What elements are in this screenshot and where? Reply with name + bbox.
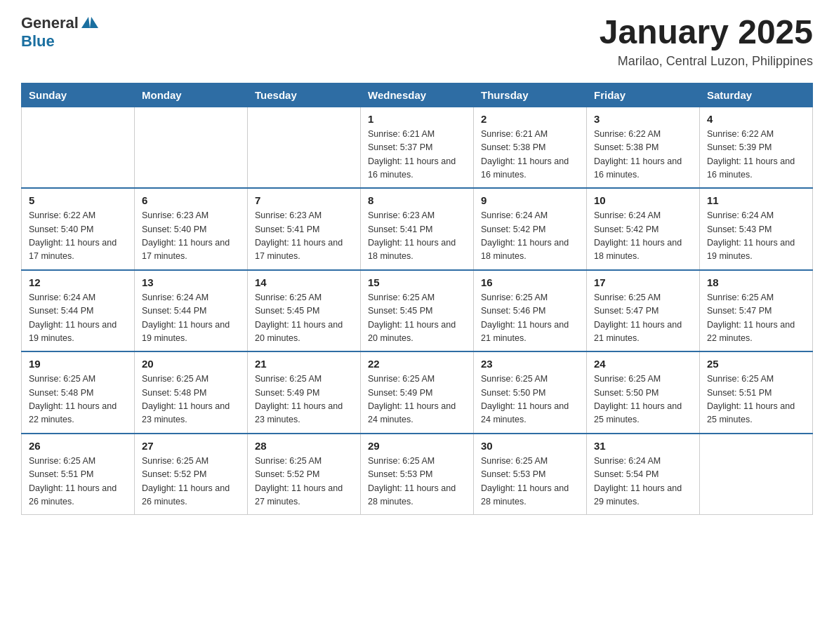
day-number: 2 (481, 113, 579, 125)
day-cell: 4Sunrise: 6:22 AM Sunset: 5:39 PM Daylig… (700, 107, 813, 188)
day-cell: 19Sunrise: 6:25 AM Sunset: 5:48 PM Dayli… (22, 351, 135, 434)
day-number: 11 (707, 194, 805, 206)
day-number: 13 (142, 276, 240, 288)
day-info: Sunrise: 6:25 AM Sunset: 5:47 PM Dayligh… (707, 293, 795, 343)
day-info: Sunrise: 6:24 AM Sunset: 5:42 PM Dayligh… (481, 210, 569, 261)
week-row-2: 12Sunrise: 6:24 AM Sunset: 5:44 PM Dayli… (22, 270, 813, 352)
day-info: Sunrise: 6:25 AM Sunset: 5:53 PM Dayligh… (481, 456, 569, 507)
day-info: Sunrise: 6:25 AM Sunset: 5:51 PM Dayligh… (29, 456, 117, 507)
day-cell (22, 107, 135, 188)
day-info: Sunrise: 6:23 AM Sunset: 5:41 PM Dayligh… (255, 210, 343, 261)
day-cell: 26Sunrise: 6:25 AM Sunset: 5:51 PM Dayli… (22, 434, 135, 515)
day-number: 12 (29, 276, 127, 288)
weekday-header-friday: Friday (587, 83, 700, 107)
week-row-4: 26Sunrise: 6:25 AM Sunset: 5:51 PM Dayli… (22, 434, 813, 515)
day-info: Sunrise: 6:25 AM Sunset: 5:47 PM Dayligh… (594, 293, 682, 343)
logo-blue-text: Blue (21, 32, 55, 51)
day-info: Sunrise: 6:25 AM Sunset: 5:48 PM Dayligh… (29, 374, 117, 424)
day-cell: 12Sunrise: 6:24 AM Sunset: 5:44 PM Dayli… (22, 270, 135, 352)
week-row-3: 19Sunrise: 6:25 AM Sunset: 5:48 PM Dayli… (22, 351, 813, 434)
day-info: Sunrise: 6:23 AM Sunset: 5:41 PM Dayligh… (368, 210, 456, 261)
day-info: Sunrise: 6:25 AM Sunset: 5:52 PM Dayligh… (255, 456, 343, 507)
day-number: 26 (29, 440, 127, 452)
day-number: 18 (707, 276, 805, 288)
day-info: Sunrise: 6:22 AM Sunset: 5:38 PM Dayligh… (594, 129, 682, 180)
day-number: 16 (481, 276, 579, 288)
day-cell: 9Sunrise: 6:24 AM Sunset: 5:42 PM Daylig… (474, 188, 587, 270)
day-cell: 22Sunrise: 6:25 AM Sunset: 5:49 PM Dayli… (361, 351, 474, 434)
day-info: Sunrise: 6:25 AM Sunset: 5:50 PM Dayligh… (594, 374, 682, 424)
day-cell: 1Sunrise: 6:21 AM Sunset: 5:37 PM Daylig… (361, 107, 474, 188)
day-cell: 20Sunrise: 6:25 AM Sunset: 5:48 PM Dayli… (135, 351, 248, 434)
day-cell (135, 107, 248, 188)
day-number: 31 (594, 440, 692, 452)
weekday-header-saturday: Saturday (700, 83, 813, 107)
week-row-1: 5Sunrise: 6:22 AM Sunset: 5:40 PM Daylig… (22, 188, 813, 270)
day-info: Sunrise: 6:21 AM Sunset: 5:38 PM Dayligh… (481, 129, 569, 180)
day-cell: 27Sunrise: 6:25 AM Sunset: 5:52 PM Dayli… (135, 434, 248, 515)
weekday-header-wednesday: Wednesday (361, 83, 474, 107)
day-info: Sunrise: 6:25 AM Sunset: 5:49 PM Dayligh… (368, 374, 456, 424)
day-cell: 25Sunrise: 6:25 AM Sunset: 5:51 PM Dayli… (700, 351, 813, 434)
title-block: January 2025 Marilao, Central Luzon, Phi… (600, 14, 813, 69)
day-cell: 2Sunrise: 6:21 AM Sunset: 5:38 PM Daylig… (474, 107, 587, 188)
day-info: Sunrise: 6:25 AM Sunset: 5:50 PM Dayligh… (481, 374, 569, 424)
day-cell: 28Sunrise: 6:25 AM Sunset: 5:52 PM Dayli… (248, 434, 361, 515)
day-cell: 31Sunrise: 6:24 AM Sunset: 5:54 PM Dayli… (587, 434, 700, 515)
day-cell (248, 107, 361, 188)
day-number: 29 (368, 440, 466, 452)
day-cell: 24Sunrise: 6:25 AM Sunset: 5:50 PM Dayli… (587, 351, 700, 434)
day-cell: 29Sunrise: 6:25 AM Sunset: 5:53 PM Dayli… (361, 434, 474, 515)
day-cell: 15Sunrise: 6:25 AM Sunset: 5:45 PM Dayli… (361, 270, 474, 352)
weekday-header-tuesday: Tuesday (248, 83, 361, 107)
day-cell: 21Sunrise: 6:25 AM Sunset: 5:49 PM Dayli… (248, 351, 361, 434)
day-info: Sunrise: 6:25 AM Sunset: 5:49 PM Dayligh… (255, 374, 343, 424)
day-number: 8 (368, 194, 466, 206)
day-number: 7 (255, 194, 353, 206)
day-number: 14 (255, 276, 353, 288)
day-number: 1 (368, 113, 466, 125)
calendar-table: SundayMondayTuesdayWednesdayThursdayFrid… (21, 83, 813, 516)
page-header: General Blue January 2025 Marilao, Centr… (21, 14, 813, 69)
day-number: 3 (594, 113, 692, 125)
day-number: 24 (594, 358, 692, 370)
day-cell: 14Sunrise: 6:25 AM Sunset: 5:45 PM Dayli… (248, 270, 361, 352)
day-info: Sunrise: 6:24 AM Sunset: 5:44 PM Dayligh… (142, 293, 230, 343)
day-cell (700, 434, 813, 515)
day-cell: 18Sunrise: 6:25 AM Sunset: 5:47 PM Dayli… (700, 270, 813, 352)
logo-general-text: General (21, 14, 79, 32)
day-cell: 6Sunrise: 6:23 AM Sunset: 5:40 PM Daylig… (135, 188, 248, 270)
month-title: January 2025 (600, 14, 813, 51)
day-info: Sunrise: 6:21 AM Sunset: 5:37 PM Dayligh… (368, 129, 456, 180)
day-number: 30 (481, 440, 579, 452)
day-cell: 8Sunrise: 6:23 AM Sunset: 5:41 PM Daylig… (361, 188, 474, 270)
day-info: Sunrise: 6:22 AM Sunset: 5:40 PM Dayligh… (29, 210, 117, 261)
weekday-header-monday: Monday (135, 83, 248, 107)
day-cell: 10Sunrise: 6:24 AM Sunset: 5:42 PM Dayli… (587, 188, 700, 270)
weekday-header-thursday: Thursday (474, 83, 587, 107)
day-cell: 11Sunrise: 6:24 AM Sunset: 5:43 PM Dayli… (700, 188, 813, 270)
day-number: 25 (707, 358, 805, 370)
day-number: 27 (142, 440, 240, 452)
week-row-0: 1Sunrise: 6:21 AM Sunset: 5:37 PM Daylig… (22, 107, 813, 188)
day-cell: 5Sunrise: 6:22 AM Sunset: 5:40 PM Daylig… (22, 188, 135, 270)
day-number: 21 (255, 358, 353, 370)
day-info: Sunrise: 6:23 AM Sunset: 5:40 PM Dayligh… (142, 210, 230, 261)
day-number: 22 (368, 358, 466, 370)
logo-arrows-icon (81, 17, 98, 28)
day-number: 6 (142, 194, 240, 206)
day-info: Sunrise: 6:24 AM Sunset: 5:42 PM Dayligh… (594, 210, 682, 261)
day-number: 15 (368, 276, 466, 288)
day-number: 17 (594, 276, 692, 288)
day-number: 10 (594, 194, 692, 206)
day-cell: 7Sunrise: 6:23 AM Sunset: 5:41 PM Daylig… (248, 188, 361, 270)
day-cell: 30Sunrise: 6:25 AM Sunset: 5:53 PM Dayli… (474, 434, 587, 515)
day-cell: 13Sunrise: 6:24 AM Sunset: 5:44 PM Dayli… (135, 270, 248, 352)
weekday-header-sunday: Sunday (22, 83, 135, 107)
day-number: 28 (255, 440, 353, 452)
day-info: Sunrise: 6:25 AM Sunset: 5:48 PM Dayligh… (142, 374, 230, 424)
location-text: Marilao, Central Luzon, Philippines (600, 54, 813, 69)
day-number: 20 (142, 358, 240, 370)
day-cell: 3Sunrise: 6:22 AM Sunset: 5:38 PM Daylig… (587, 107, 700, 188)
day-number: 4 (707, 113, 805, 125)
